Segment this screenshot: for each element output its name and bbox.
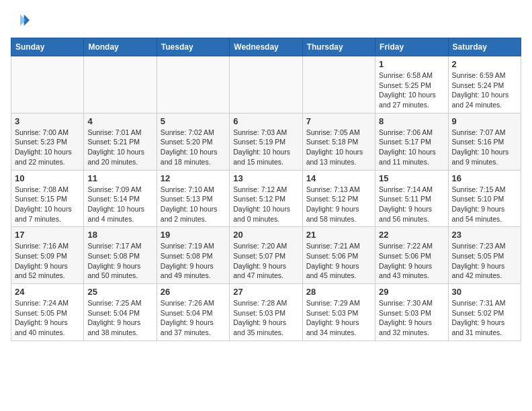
calendar-cell: 6Sunrise: 7:03 AMSunset: 5:19 PMDaylight… (230, 113, 302, 170)
day-info: Sunrise: 7:17 AMSunset: 5:08 PMDaylight:… (87, 241, 152, 281)
day-number: 7 (306, 116, 371, 126)
calendar-cell: 11Sunrise: 7:09 AMSunset: 5:14 PMDayligh… (84, 170, 157, 227)
day-number: 24 (15, 287, 80, 297)
day-number: 4 (87, 116, 152, 126)
calendar-table: SundayMondayTuesdayWednesdayThursdayFrid… (11, 38, 521, 341)
page-header (11, 11, 521, 30)
day-info: Sunrise: 7:02 AMSunset: 5:20 PMDaylight:… (161, 128, 226, 167)
day-info: Sunrise: 6:59 AMSunset: 5:24 PMDaylight:… (452, 71, 517, 110)
calendar-week-row: 17Sunrise: 7:16 AMSunset: 5:09 PMDayligh… (11, 227, 521, 284)
day-info: Sunrise: 7:03 AMSunset: 5:19 PMDaylight:… (233, 128, 298, 167)
calendar-cell: 2Sunrise: 6:59 AMSunset: 5:24 PMDaylight… (448, 56, 521, 113)
calendar-week-row: 24Sunrise: 7:24 AMSunset: 5:05 PMDayligh… (11, 284, 521, 341)
day-info: Sunrise: 7:21 AMSunset: 5:06 PMDaylight:… (306, 241, 371, 281)
day-number: 29 (379, 287, 444, 297)
day-number: 8 (379, 116, 444, 126)
calendar-cell: 5Sunrise: 7:02 AMSunset: 5:20 PMDaylight… (157, 113, 229, 170)
calendar-cell: 18Sunrise: 7:17 AMSunset: 5:08 PMDayligh… (84, 227, 157, 284)
day-header-thursday: Thursday (302, 38, 375, 56)
calendar-week-row: 3Sunrise: 7:00 AMSunset: 5:23 PMDaylight… (11, 113, 521, 170)
day-number: 26 (161, 287, 226, 297)
calendar-cell: 26Sunrise: 7:26 AMSunset: 5:04 PMDayligh… (157, 284, 229, 341)
day-info: Sunrise: 7:09 AMSunset: 5:14 PMDaylight:… (87, 185, 152, 224)
calendar-cell: 29Sunrise: 7:30 AMSunset: 5:03 PMDayligh… (375, 284, 448, 341)
day-info: Sunrise: 7:06 AMSunset: 5:17 PMDaylight:… (379, 128, 444, 167)
day-number: 9 (452, 116, 517, 126)
day-header-friday: Friday (375, 38, 448, 56)
day-info: Sunrise: 7:13 AMSunset: 5:12 PMDaylight:… (306, 185, 371, 224)
day-number: 2 (452, 59, 517, 69)
day-number: 25 (87, 287, 152, 297)
day-info: Sunrise: 7:24 AMSunset: 5:05 PMDaylight:… (15, 298, 80, 338)
day-info: Sunrise: 7:19 AMSunset: 5:08 PMDaylight:… (161, 241, 226, 281)
calendar-cell: 12Sunrise: 7:10 AMSunset: 5:13 PMDayligh… (157, 170, 229, 227)
day-number: 21 (306, 230, 371, 240)
calendar-cell (302, 56, 375, 113)
logo (11, 11, 32, 30)
day-info: Sunrise: 7:26 AMSunset: 5:04 PMDaylight:… (161, 298, 226, 338)
day-number: 3 (15, 116, 80, 126)
calendar-cell: 30Sunrise: 7:31 AMSunset: 5:02 PMDayligh… (448, 284, 521, 341)
day-info: Sunrise: 7:16 AMSunset: 5:09 PMDaylight:… (15, 241, 80, 281)
day-number: 10 (15, 173, 80, 183)
calendar-week-row: 10Sunrise: 7:08 AMSunset: 5:15 PMDayligh… (11, 170, 521, 227)
calendar-cell: 13Sunrise: 7:12 AMSunset: 5:12 PMDayligh… (230, 170, 302, 227)
day-number: 15 (379, 173, 444, 183)
day-number: 5 (161, 116, 226, 126)
calendar-cell (157, 56, 229, 113)
day-info: Sunrise: 7:15 AMSunset: 5:10 PMDaylight:… (452, 185, 517, 224)
day-info: Sunrise: 7:28 AMSunset: 5:03 PMDaylight:… (233, 298, 298, 338)
calendar-cell: 16Sunrise: 7:15 AMSunset: 5:10 PMDayligh… (448, 170, 521, 227)
calendar-cell (230, 56, 302, 113)
calendar-cell: 22Sunrise: 7:22 AMSunset: 5:06 PMDayligh… (375, 227, 448, 284)
day-info: Sunrise: 6:58 AMSunset: 5:25 PMDaylight:… (379, 71, 444, 110)
day-number: 23 (452, 230, 517, 240)
day-header-monday: Monday (84, 38, 157, 56)
calendar-cell: 14Sunrise: 7:13 AMSunset: 5:12 PMDayligh… (302, 170, 375, 227)
day-info: Sunrise: 7:05 AMSunset: 5:18 PMDaylight:… (306, 128, 371, 167)
calendar-cell: 28Sunrise: 7:29 AMSunset: 5:03 PMDayligh… (302, 284, 375, 341)
day-number: 1 (379, 59, 444, 69)
calendar-cell: 27Sunrise: 7:28 AMSunset: 5:03 PMDayligh… (230, 284, 302, 341)
logo-icon (11, 11, 30, 30)
calendar-cell: 3Sunrise: 7:00 AMSunset: 5:23 PMDaylight… (11, 113, 84, 170)
calendar-cell (84, 56, 157, 113)
day-number: 13 (233, 173, 298, 183)
day-number: 14 (306, 173, 371, 183)
day-number: 30 (452, 287, 517, 297)
calendar-cell (11, 56, 84, 113)
day-info: Sunrise: 7:10 AMSunset: 5:13 PMDaylight:… (161, 185, 226, 224)
day-info: Sunrise: 7:23 AMSunset: 5:05 PMDaylight:… (452, 241, 517, 281)
day-header-saturday: Saturday (448, 38, 521, 56)
calendar-cell: 21Sunrise: 7:21 AMSunset: 5:06 PMDayligh… (302, 227, 375, 284)
calendar-cell: 17Sunrise: 7:16 AMSunset: 5:09 PMDayligh… (11, 227, 84, 284)
day-number: 12 (161, 173, 226, 183)
day-info: Sunrise: 7:08 AMSunset: 5:15 PMDaylight:… (15, 185, 80, 224)
day-number: 18 (87, 230, 152, 240)
calendar-cell: 1Sunrise: 6:58 AMSunset: 5:25 PMDaylight… (375, 56, 448, 113)
calendar-week-row: 1Sunrise: 6:58 AMSunset: 5:25 PMDaylight… (11, 56, 521, 113)
day-number: 16 (452, 173, 517, 183)
calendar-cell: 9Sunrise: 7:07 AMSunset: 5:16 PMDaylight… (448, 113, 521, 170)
calendar-cell: 20Sunrise: 7:20 AMSunset: 5:07 PMDayligh… (230, 227, 302, 284)
day-number: 20 (233, 230, 298, 240)
calendar-header-row: SundayMondayTuesdayWednesdayThursdayFrid… (11, 38, 521, 56)
day-number: 6 (233, 116, 298, 126)
calendar-cell: 7Sunrise: 7:05 AMSunset: 5:18 PMDaylight… (302, 113, 375, 170)
calendar-cell: 23Sunrise: 7:23 AMSunset: 5:05 PMDayligh… (448, 227, 521, 284)
day-info: Sunrise: 7:20 AMSunset: 5:07 PMDaylight:… (233, 241, 298, 281)
day-info: Sunrise: 7:22 AMSunset: 5:06 PMDaylight:… (379, 241, 444, 281)
day-info: Sunrise: 7:12 AMSunset: 5:12 PMDaylight:… (233, 185, 298, 224)
day-number: 17 (15, 230, 80, 240)
day-info: Sunrise: 7:31 AMSunset: 5:02 PMDaylight:… (452, 298, 517, 338)
day-number: 11 (87, 173, 152, 183)
day-info: Sunrise: 7:00 AMSunset: 5:23 PMDaylight:… (15, 128, 80, 167)
day-number: 28 (306, 287, 371, 297)
calendar-cell: 4Sunrise: 7:01 AMSunset: 5:21 PMDaylight… (84, 113, 157, 170)
day-info: Sunrise: 7:01 AMSunset: 5:21 PMDaylight:… (87, 128, 152, 167)
day-info: Sunrise: 7:25 AMSunset: 5:04 PMDaylight:… (87, 298, 152, 338)
day-number: 27 (233, 287, 298, 297)
day-info: Sunrise: 7:30 AMSunset: 5:03 PMDaylight:… (379, 298, 444, 338)
calendar-cell: 25Sunrise: 7:25 AMSunset: 5:04 PMDayligh… (84, 284, 157, 341)
day-header-tuesday: Tuesday (157, 38, 229, 56)
